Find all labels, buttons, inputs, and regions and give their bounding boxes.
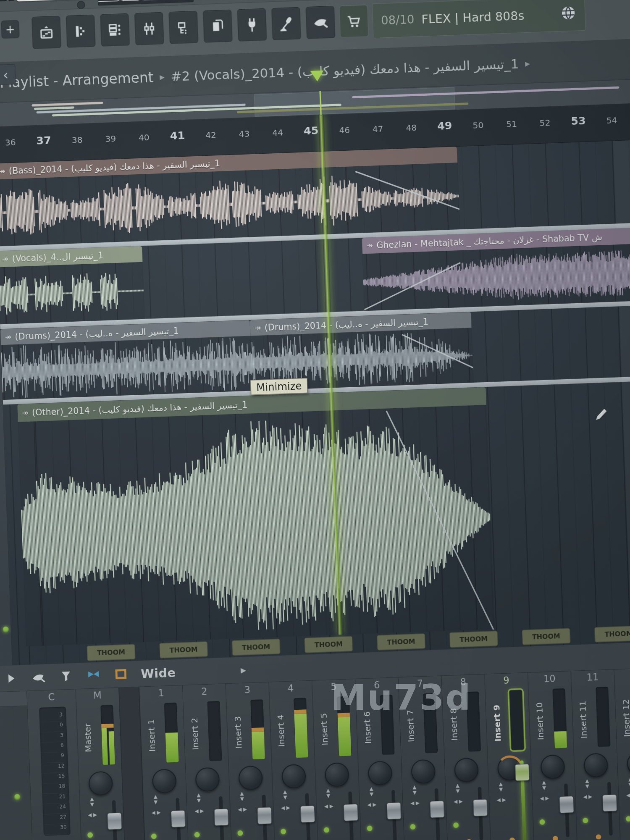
stereo-separation-arrows[interactable]: ▲▼◀ ▶ <box>365 786 379 818</box>
fader-handle[interactable] <box>559 796 574 813</box>
fader-handle[interactable] <box>473 799 488 816</box>
flex-preset-display[interactable]: 08/10 FLEX | Hard 808s <box>372 0 585 38</box>
mute-led[interactable] <box>410 824 415 830</box>
stereo-separation-arrows[interactable]: ▲▼◀ ▶ <box>85 796 100 828</box>
strip-name[interactable]: Insert 5 <box>316 698 332 761</box>
fader-handle[interactable] <box>430 801 444 818</box>
volume-fader[interactable] <box>262 795 268 840</box>
volume-fader[interactable] <box>391 790 397 840</box>
stereo-separation-arrows[interactable]: ▲▼◀ ▶ <box>451 783 465 814</box>
recording-button[interactable] <box>271 7 301 40</box>
mixer-strip-insert-1[interactable]: 1Insert 1▲▼◀ ▶ <box>139 685 189 840</box>
lamp-icon[interactable] <box>464 838 475 840</box>
pan-knob[interactable] <box>152 769 177 793</box>
fader-handle[interactable] <box>171 810 185 827</box>
mute-led[interactable] <box>281 829 286 834</box>
mute-led[interactable] <box>626 816 630 822</box>
audio-clip-other[interactable]: ↠ 1_تيسير السفير - هذا دمعك (فيديو كليب)… <box>17 387 495 646</box>
volume-fader[interactable] <box>607 782 613 835</box>
fader-handle[interactable] <box>300 806 315 823</box>
pan-knob[interactable] <box>368 761 392 785</box>
pan-knob[interactable] <box>540 754 565 779</box>
audio-clip-vocals[interactable]: ↠ 1_تيسير ال..4_(Vocals) <box>0 246 144 324</box>
volume-fader[interactable] <box>520 760 527 840</box>
mute-led[interactable] <box>583 818 588 823</box>
fader-handle[interactable] <box>107 812 122 830</box>
stereo-separation-arrows[interactable]: ▲▼◀ ▶ <box>537 780 551 811</box>
strip-name[interactable]: Insert 4 <box>273 699 289 762</box>
fader-handle[interactable] <box>602 794 617 811</box>
strip-number[interactable]: 11 <box>571 671 614 683</box>
mute-led[interactable] <box>237 830 243 836</box>
volume-fader[interactable] <box>435 788 440 840</box>
fader-handle[interactable] <box>257 807 272 824</box>
pan-knob[interactable] <box>238 765 263 790</box>
volume-fader[interactable] <box>478 787 483 840</box>
stereo-separation-arrows[interactable]: ▲▼◀ ▶ <box>235 791 249 822</box>
mixer-strip-insert-10[interactable]: 10Insert 10▲▼◀ ▶ <box>528 671 578 840</box>
mixer-strip-insert-3[interactable]: 3Insert 3▲▼◀ ▶ <box>226 682 276 840</box>
swipe-icon[interactable] <box>30 669 47 686</box>
pan-knob[interactable] <box>325 762 349 787</box>
strip-number[interactable]: 10 <box>528 672 571 685</box>
mixer-button[interactable] <box>134 12 164 45</box>
strip-number[interactable]: 12 <box>614 669 630 682</box>
stereo-separation-arrows[interactable]: ▲▼◀ ▶ <box>494 781 508 813</box>
stereo-separation-arrows[interactable]: ▲▼◀ ▶ <box>408 785 422 816</box>
mute-led[interactable] <box>367 826 372 831</box>
plugin-button[interactable] <box>237 8 267 42</box>
fader-handle[interactable] <box>214 808 228 826</box>
stereo-separation-arrows[interactable]: ▲▼◀ ▶ <box>278 789 292 821</box>
pan-knob[interactable] <box>411 759 436 784</box>
pan-knob[interactable] <box>454 758 479 782</box>
volume-fader[interactable] <box>348 792 354 840</box>
add-pattern-button[interactable]: + <box>1 20 19 39</box>
strip-name[interactable]: Insert 10 <box>532 690 548 753</box>
funnel-icon[interactable] <box>58 668 74 685</box>
volume-fader[interactable] <box>305 793 310 840</box>
strip-name[interactable]: Master <box>80 706 96 769</box>
picker-panel-button[interactable] <box>32 16 61 49</box>
volume-fader[interactable] <box>112 800 118 840</box>
pan-knob[interactable] <box>627 751 630 776</box>
pattern-clip[interactable]: THOOM <box>594 625 630 642</box>
strip-number[interactable]: 4 <box>269 682 312 694</box>
mute-led[interactable] <box>324 827 329 832</box>
stereo-separation-arrows[interactable]: ▲▼◀ ▶ <box>192 793 206 824</box>
strip-name[interactable]: Insert 1 <box>144 704 159 767</box>
lamp-icon[interactable] <box>593 833 604 840</box>
pan-knob[interactable] <box>88 771 113 796</box>
strip-number[interactable]: C <box>27 691 76 704</box>
fader-handle[interactable] <box>515 764 530 781</box>
strip-name[interactable]: Insert 12 <box>618 687 630 749</box>
mixer-led[interactable] <box>14 794 20 800</box>
strip-number[interactable]: 1 <box>139 687 183 699</box>
audio-clip-ghezlan[interactable]: ↠ Ghezlan - Mehtajtak _ غزلان - محتاجتك … <box>362 228 630 311</box>
pattern-clip[interactable]: THOOM <box>159 641 208 658</box>
audio-clip-drums-1[interactable]: ↠ 1_تيسير السفير - ه..ليب) - 2014_(Drums… <box>0 320 252 400</box>
strip-number[interactable]: M <box>76 689 119 701</box>
strip-name[interactable]: Insert 9 <box>489 692 504 754</box>
volume-fader[interactable] <box>176 798 181 840</box>
mixer-strip-dock[interactable]: C3036912151821242730 <box>26 689 82 840</box>
chevron-right-icon[interactable]: ▸ <box>241 664 247 676</box>
lamp-icon[interactable] <box>550 835 561 840</box>
volume-fader[interactable] <box>219 796 224 840</box>
duplicate-button[interactable] <box>203 10 233 43</box>
mute-led[interactable] <box>539 819 545 824</box>
pattern-clip[interactable]: THOOM <box>304 636 353 653</box>
layout-icon[interactable] <box>113 666 130 683</box>
pattern-clip[interactable]: THOOM <box>449 631 498 648</box>
strip-number[interactable]: 2 <box>183 685 226 698</box>
mixer-strip-master[interactable]: MMaster ▲▼◀ ▶ <box>76 688 126 840</box>
mixer-strip-insert-4[interactable]: 4Insert 4▲▼◀ ▶ <box>268 681 318 840</box>
pattern-clip[interactable]: THOOM <box>232 639 281 656</box>
mixer-menu-icon[interactable] <box>3 670 19 687</box>
mixer-layout-mode[interactable]: Wide <box>141 665 176 680</box>
mute-led[interactable] <box>87 832 93 837</box>
pattern-clip[interactable]: THOOM <box>87 644 135 661</box>
fader-handle[interactable] <box>386 802 401 819</box>
pattern-clip[interactable]: THOOM <box>377 633 425 650</box>
playhead-marker[interactable] <box>310 71 324 82</box>
mute-led[interactable] <box>453 822 459 828</box>
